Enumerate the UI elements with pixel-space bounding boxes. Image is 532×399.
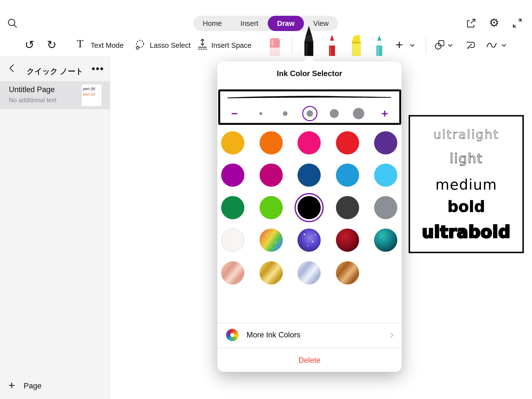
size-dot-4[interactable]: [330, 109, 339, 118]
eraser-tool[interactable]: [268, 38, 282, 56]
ink-sample-ultralight: ultralight: [433, 127, 499, 142]
add-pen-chevron-icon[interactable]: [410, 44, 415, 47]
top-header: HomeInsertDrawView ⚙ ↺ ↻ T Text Mode: [0, 0, 532, 56]
shapes-chevron-icon[interactable]: [448, 44, 453, 47]
color-swatch-black[interactable]: [298, 196, 321, 219]
stroke-preview-line: [227, 95, 392, 100]
notebook-title: クイック ノート: [27, 66, 83, 77]
stroke-weight-sample-panel: ultralightlightmediumboldultrabold: [409, 115, 524, 253]
size-dot-2[interactable]: [283, 111, 288, 116]
size-dot-5[interactable]: [353, 108, 364, 119]
ink-color-selector-popover: Ink Color Selector − + More Ink Colors ›…: [217, 61, 402, 372]
size-dot-1[interactable]: [259, 112, 262, 115]
ink-to-shape-icon[interactable]: [486, 39, 498, 51]
black-pen-tool[interactable]: [301, 25, 317, 56]
page-subtitle: No additional text: [9, 97, 56, 104]
popover-title: Ink Color Selector: [217, 69, 402, 78]
text-mode-label[interactable]: Text Mode: [91, 40, 124, 50]
color-swatch-blue[interactable]: [336, 164, 359, 187]
page-thumbnail: pen (blpen (or: [81, 84, 102, 106]
color-swatch-rainbow-glitter[interactable]: [260, 229, 283, 252]
ink-sample-ultrabold: ultrabold: [422, 222, 511, 242]
insert-space-icon[interactable]: [197, 38, 208, 50]
undo-icon[interactable]: ↺: [25, 37, 34, 52]
tab-insert[interactable]: Insert: [231, 16, 268, 31]
page-title: Untitled Page: [9, 85, 55, 94]
color-swatch-dark-red-ink[interactable]: [336, 229, 359, 252]
back-chevron-icon[interactable]: [6, 62, 18, 74]
gear-icon[interactable]: ⚙: [488, 17, 500, 29]
stroke-width-preview: − +: [218, 89, 401, 125]
share-icon[interactable]: [465, 17, 477, 29]
red-pen-tool[interactable]: [326, 34, 338, 56]
fullscreen-icon[interactable]: [511, 17, 523, 29]
color-wheel-icon: [226, 329, 238, 341]
more-ink-colors-row[interactable]: More Ink Colors ›: [217, 327, 402, 343]
more-options-icon[interactable]: •••: [92, 63, 104, 74]
chevron-right-icon: ›: [390, 327, 394, 342]
color-swatch-orange[interactable]: [260, 131, 283, 154]
page-list-item[interactable]: Untitled Page No additional text pen (bl…: [0, 81, 110, 109]
color-swatch-teal-ink[interactable]: [374, 229, 397, 252]
ink-editor-icon[interactable]: [465, 39, 476, 51]
color-swatch-rose-gold[interactable]: [221, 261, 244, 284]
toolbar-divider: [426, 37, 426, 53]
color-swatch-amber[interactable]: [221, 131, 244, 154]
insert-space-label[interactable]: Insert Space: [211, 40, 251, 50]
sidebar: クイック ノート ••• Untitled Page No additional…: [0, 56, 110, 399]
ink-sample-bold: bold: [448, 198, 485, 216]
text-mode-icon[interactable]: T: [77, 39, 83, 49]
ink-to-shape-chevron-icon[interactable]: [501, 44, 506, 47]
color-swatch-galaxy[interactable]: [298, 229, 321, 252]
ink-sample-light: light: [450, 151, 483, 166]
increase-size-button[interactable]: +: [382, 108, 388, 119]
thumbnail-ink-line: pen (bl: [83, 86, 100, 92]
tab-draw[interactable]: Draw: [268, 16, 304, 31]
lasso-select-icon[interactable]: [134, 39, 146, 51]
lasso-select-label[interactable]: Lasso Select: [150, 40, 191, 50]
plus-icon: +: [8, 379, 15, 392]
color-swatch-silver[interactable]: [298, 261, 321, 284]
divider: [217, 323, 402, 323]
color-swatch-gold[interactable]: [260, 261, 283, 284]
delete-button[interactable]: Delete: [217, 351, 402, 369]
tab-home[interactable]: Home: [193, 16, 231, 31]
color-swatch-violet[interactable]: [221, 164, 244, 187]
size-dot-3[interactable]: [307, 110, 313, 117]
more-ink-colors-label: More Ink Colors: [247, 331, 300, 339]
color-swatch-pink[interactable]: [298, 131, 321, 154]
add-page-label: Page: [24, 382, 41, 390]
toolbar-divider: [292, 37, 292, 53]
color-swatch-magenta[interactable]: [260, 164, 283, 187]
color-swatch-gray[interactable]: [374, 196, 397, 219]
app-window: HomeInsertDrawView ⚙ ↺ ↻ T Text Mode: [0, 0, 532, 399]
color-swatch-navy-blue[interactable]: [298, 164, 321, 187]
decrease-size-button[interactable]: −: [231, 108, 238, 119]
divider: [217, 348, 402, 348]
add-pen-button[interactable]: +: [396, 37, 403, 52]
redo-icon[interactable]: ↻: [47, 37, 56, 52]
color-swatch-bronze[interactable]: [336, 261, 359, 284]
thumbnail-ink-line: pen (or: [83, 92, 100, 97]
shapes-icon[interactable]: [434, 39, 446, 51]
color-swatch-lime-green[interactable]: [260, 196, 283, 219]
color-swatch-purple[interactable]: [374, 131, 397, 154]
search-icon[interactable]: [6, 17, 18, 29]
color-swatch-white[interactable]: [221, 229, 244, 252]
color-swatch-dark-gray[interactable]: [336, 196, 359, 219]
color-swatch-red[interactable]: [336, 131, 359, 154]
ink-sample-medium: medium: [435, 176, 497, 193]
yellow-highlighter-tool[interactable]: [349, 34, 363, 56]
color-swatch-green[interactable]: [221, 196, 244, 219]
add-page-button[interactable]: + Page: [0, 378, 110, 398]
teal-pen-tool[interactable]: [373, 35, 386, 56]
color-swatch-sky-blue[interactable]: [374, 164, 397, 187]
